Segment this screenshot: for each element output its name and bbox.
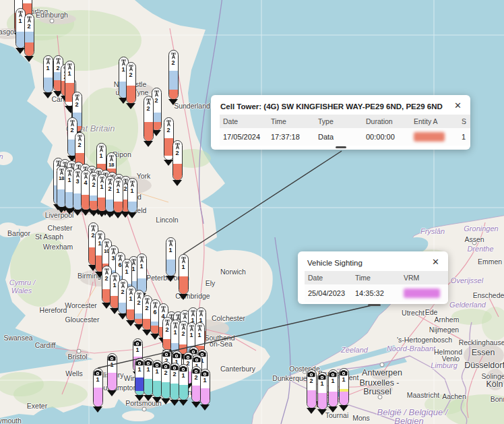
vehicle-sighting-popup: Vehicle Sighting ✕ DateTimeVRM25/04/2023… — [298, 251, 448, 304]
cell-tower-marker[interactable]: 1 — [113, 178, 123, 218]
table-scrollbar-handle[interactable] — [336, 146, 346, 148]
marker-count: 1 — [195, 332, 204, 338]
camera-marker[interactable]: 2 — [307, 369, 317, 414]
cell-tower-marker[interactable]: 1 — [43, 55, 53, 98]
map-label: Recklinghausen — [459, 338, 504, 346]
map-label: Norwich — [220, 268, 246, 276]
map-label: Nijmegen — [429, 326, 459, 334]
marker-segment — [169, 90, 178, 99]
camera-icon — [133, 339, 142, 346]
map-label: York — [137, 172, 151, 180]
close-icon[interactable]: ✕ — [454, 101, 462, 110]
cell-tower-icon — [65, 61, 74, 70]
map-label: Bonn — [491, 395, 504, 403]
marker-segment — [307, 390, 316, 408]
table-cell: 17:37:18 — [267, 128, 315, 146]
table-row: 17/05/202417:37:18Data00:00:001 — [220, 128, 470, 146]
camera-marker[interactable]: 1 — [339, 368, 349, 411]
map-label: Chester — [48, 224, 73, 232]
marker-count: 2 — [73, 101, 82, 108]
camera-marker[interactable]: 1 — [317, 372, 327, 415]
map-label: Swansea — [3, 334, 32, 342]
marker-count: 1 — [329, 377, 338, 384]
marker-pin-tip — [200, 404, 210, 411]
map-label: Ely — [206, 279, 216, 287]
town-dot — [380, 363, 385, 367]
marker-segment — [173, 164, 182, 180]
marker-count: 2 — [144, 105, 153, 112]
marker-segment — [128, 202, 137, 212]
cell-tower-icon — [169, 51, 178, 59]
camera-marker[interactable]: 1 — [179, 364, 189, 406]
map-label: Antwerpen — [362, 368, 402, 377]
map-label: Zeeland — [341, 346, 368, 354]
camera-marker[interactable]: 1 — [107, 353, 117, 396]
camera-marker[interactable]: 1 — [200, 369, 210, 411]
map-label: Fryslân — [420, 227, 445, 235]
marker-count: 1 — [340, 376, 348, 383]
cell-tower-marker[interactable]: 2 — [144, 96, 154, 147]
map-label: Canterbury — [220, 365, 255, 373]
map-label: Limburg — [431, 361, 458, 369]
map-label: Gloucester — [65, 315, 100, 324]
table-scrollbar-handle[interactable] — [368, 304, 381, 306]
camera-marker[interactable]: 1 — [328, 369, 338, 413]
marker-count: 2 — [307, 377, 316, 384]
camera-marker[interactable]: 1 — [93, 368, 103, 413]
column-header: Time — [352, 271, 400, 284]
column-header: Time — [267, 115, 315, 128]
map-label: Worcester — [65, 301, 97, 309]
map-label: Groningen — [464, 224, 498, 233]
cell-tower-marker[interactable]: 1 — [127, 178, 137, 218]
cell-tower-marker[interactable]: 2 — [24, 13, 34, 62]
marker-pin-tip — [172, 180, 182, 186]
cell-tower-icon — [123, 260, 131, 268]
marker-pin-tip — [307, 408, 316, 414]
marker-count: 1 — [133, 346, 142, 353]
column-header: Date — [220, 115, 267, 128]
camera-icon — [162, 350, 171, 357]
marker-count: 18 — [107, 162, 116, 169]
marker-pin-tip — [107, 390, 117, 396]
marker-segment — [329, 392, 338, 406]
marker-pin-tip — [126, 103, 135, 109]
marker-count: 1 — [179, 264, 188, 270]
map-label: Wales — [11, 286, 32, 295]
marker-pin-tip — [127, 212, 137, 218]
table-cell: 1 — [458, 128, 470, 146]
map-label: Brussel — [363, 387, 391, 396]
map-label: Aachen — [442, 392, 466, 400]
map-label: Sunderland — [174, 102, 210, 110]
cell-tower-icon — [173, 141, 182, 150]
map-label: Bristol — [67, 353, 87, 361]
close-icon[interactable]: ✕ — [432, 258, 439, 266]
column-header: Type — [315, 115, 363, 128]
cell-tower-icon — [128, 179, 137, 187]
map-label: Wells — [65, 369, 82, 377]
marker-segment — [25, 32, 34, 42]
map-application: StirlingEdinburghGlasgowNewcastleupon Ty… — [0, 0, 504, 424]
cell-tower-popup-title: Cell Tower: (4G) SW KINGFISHER WAY-PE29 … — [211, 95, 470, 115]
cell-tower-marker[interactable]: 2 — [126, 62, 136, 109]
cell-tower-marker[interactable]: 2 — [168, 50, 179, 105]
cell-tower-icon — [73, 92, 82, 101]
marker-segment — [108, 373, 117, 390]
map-label: Köln — [486, 380, 503, 389]
marker-count: 2 — [127, 71, 135, 78]
camera-icon — [340, 369, 348, 376]
column-header: Date — [305, 271, 352, 284]
cell-tower-popup: Cell Tower: (4G) SW KINGFISHER WAY-PE29 … — [211, 95, 470, 150]
map-label: Cardiff — [35, 341, 56, 349]
map-label: Drenthe — [467, 245, 493, 253]
cell-tower-marker[interactable]: 1 — [166, 237, 176, 282]
camera-icon — [179, 365, 188, 372]
cell-tower-marker[interactable]: 1 — [179, 254, 189, 300]
map-label: Arnhem — [435, 315, 460, 324]
cell-tower-icon — [179, 255, 188, 264]
map-label: Wrexham — [43, 243, 73, 251]
map-label: Gelderland — [449, 301, 486, 309]
cell-tower-marker[interactable]: 2 — [172, 140, 183, 186]
map-label: Mons — [352, 414, 370, 422]
marker-segment — [44, 78, 53, 92]
map-label: Maastricht — [407, 391, 439, 399]
